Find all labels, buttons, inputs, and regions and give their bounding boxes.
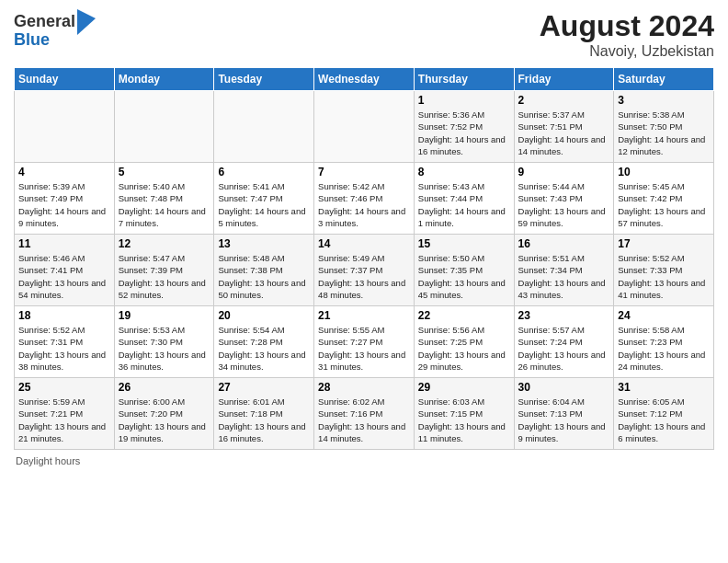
svg-marker-0 — [77, 9, 96, 35]
day-cell: 21Sunrise: 5:55 AM Sunset: 7:27 PM Dayli… — [314, 306, 415, 378]
day-cell: 17Sunrise: 5:52 AM Sunset: 7:33 PM Dayli… — [614, 235, 714, 306]
day-info: Sunrise: 5:36 AM Sunset: 7:52 PM Dayligh… — [418, 109, 510, 157]
day-cell: 15Sunrise: 5:50 AM Sunset: 7:35 PM Dayli… — [414, 235, 514, 306]
weekday-saturday: Saturday — [614, 68, 714, 91]
month-year: August 2024 — [540, 9, 714, 43]
day-number: 18 — [18, 309, 110, 322]
day-info: Sunrise: 5:49 AM Sunset: 7:37 PM Dayligh… — [318, 252, 410, 301]
header: General Blue August 2024 Navoiy, Uzbekis… — [14, 9, 714, 60]
day-cell: 31Sunrise: 6:05 AM Sunset: 7:12 PM Dayli… — [614, 378, 714, 450]
day-info: Sunrise: 5:57 AM Sunset: 7:24 PM Dayligh… — [518, 324, 610, 373]
day-cell: 20Sunrise: 5:54 AM Sunset: 7:28 PM Dayli… — [214, 306, 314, 378]
day-number: 26 — [119, 381, 210, 394]
day-number: 8 — [418, 166, 510, 178]
day-info: Sunrise: 5:50 AM Sunset: 7:35 PM Dayligh… — [418, 252, 510, 301]
day-number: 28 — [318, 381, 410, 394]
day-number: 9 — [518, 166, 610, 178]
day-number: 16 — [518, 237, 610, 250]
day-cell: 5Sunrise: 5:40 AM Sunset: 7:48 PM Daylig… — [114, 163, 214, 235]
day-info: Sunrise: 5:56 AM Sunset: 7:25 PM Dayligh… — [418, 324, 510, 373]
day-cell: 19Sunrise: 5:53 AM Sunset: 7:30 PM Dayli… — [114, 306, 214, 378]
day-cell: 6Sunrise: 5:41 AM Sunset: 7:47 PM Daylig… — [214, 163, 314, 235]
day-number: 24 — [618, 309, 710, 322]
day-number: 3 — [618, 94, 710, 107]
day-info: Sunrise: 5:44 AM Sunset: 7:43 PM Dayligh… — [518, 180, 610, 229]
day-cell — [15, 91, 115, 163]
day-number: 19 — [119, 309, 210, 322]
day-cell: 23Sunrise: 5:57 AM Sunset: 7:24 PM Dayli… — [514, 306, 614, 378]
logo-icon — [77, 9, 96, 35]
week-row-4: 18Sunrise: 5:52 AM Sunset: 7:31 PM Dayli… — [15, 306, 714, 378]
day-number: 10 — [618, 166, 710, 178]
day-number: 2 — [518, 94, 610, 107]
title-block: August 2024 Navoiy, Uzbekistan — [540, 9, 714, 60]
day-info: Sunrise: 5:52 AM Sunset: 7:33 PM Dayligh… — [618, 252, 710, 301]
week-row-2: 4Sunrise: 5:39 AM Sunset: 7:49 PM Daylig… — [15, 163, 714, 235]
week-row-1: 1Sunrise: 5:36 AM Sunset: 7:52 PM Daylig… — [15, 91, 714, 163]
day-cell: 12Sunrise: 5:47 AM Sunset: 7:39 PM Dayli… — [114, 235, 214, 306]
day-info: Sunrise: 6:02 AM Sunset: 7:16 PM Dayligh… — [318, 396, 410, 444]
day-cell: 28Sunrise: 6:02 AM Sunset: 7:16 PM Dayli… — [314, 378, 415, 450]
weekday-tuesday: Tuesday — [214, 68, 314, 91]
day-cell: 24Sunrise: 5:58 AM Sunset: 7:23 PM Dayli… — [614, 306, 714, 378]
day-number: 30 — [518, 381, 610, 394]
location: Navoiy, Uzbekistan — [540, 43, 714, 60]
day-info: Sunrise: 5:47 AM Sunset: 7:39 PM Dayligh… — [119, 252, 210, 301]
day-info: Sunrise: 5:46 AM Sunset: 7:41 PM Dayligh… — [18, 252, 110, 301]
day-info: Sunrise: 5:39 AM Sunset: 7:49 PM Dayligh… — [18, 180, 110, 229]
logo: General Blue — [14, 9, 96, 50]
day-info: Sunrise: 5:45 AM Sunset: 7:42 PM Dayligh… — [618, 180, 710, 229]
day-info: Sunrise: 5:41 AM Sunset: 7:47 PM Dayligh… — [218, 180, 310, 229]
day-cell: 14Sunrise: 5:49 AM Sunset: 7:37 PM Dayli… — [314, 235, 415, 306]
day-number: 29 — [418, 381, 510, 394]
day-number: 12 — [119, 237, 210, 250]
day-cell — [314, 91, 415, 163]
day-info: Sunrise: 5:54 AM Sunset: 7:28 PM Dayligh… — [218, 324, 310, 373]
day-info: Sunrise: 5:52 AM Sunset: 7:31 PM Dayligh… — [18, 324, 110, 373]
logo-blue-text: Blue — [14, 30, 50, 49]
day-number: 25 — [18, 381, 110, 394]
day-info: Sunrise: 5:59 AM Sunset: 7:21 PM Dayligh… — [18, 396, 110, 444]
calendar-table: SundayMondayTuesdayWednesdayThursdayFrid… — [14, 67, 714, 450]
day-cell: 16Sunrise: 5:51 AM Sunset: 7:34 PM Dayli… — [514, 235, 614, 306]
day-number: 23 — [518, 309, 610, 322]
day-info: Sunrise: 5:38 AM Sunset: 7:50 PM Dayligh… — [618, 109, 710, 157]
day-number: 17 — [618, 237, 710, 250]
day-info: Sunrise: 5:58 AM Sunset: 7:23 PM Dayligh… — [618, 324, 710, 373]
day-number: 27 — [218, 381, 310, 394]
day-cell: 11Sunrise: 5:46 AM Sunset: 7:41 PM Dayli… — [15, 235, 115, 306]
day-cell — [114, 91, 214, 163]
day-cell: 4Sunrise: 5:39 AM Sunset: 7:49 PM Daylig… — [15, 163, 115, 235]
day-number: 21 — [318, 309, 410, 322]
weekday-wednesday: Wednesday — [314, 68, 415, 91]
day-cell: 7Sunrise: 5:42 AM Sunset: 7:46 PM Daylig… — [314, 163, 415, 235]
day-info: Sunrise: 5:42 AM Sunset: 7:46 PM Dayligh… — [318, 180, 410, 229]
day-info: Sunrise: 6:04 AM Sunset: 7:13 PM Dayligh… — [518, 396, 610, 444]
day-number: 20 — [218, 309, 310, 322]
day-number: 22 — [418, 309, 510, 322]
day-number: 15 — [418, 237, 510, 250]
day-cell: 30Sunrise: 6:04 AM Sunset: 7:13 PM Dayli… — [514, 378, 614, 450]
day-cell: 10Sunrise: 5:45 AM Sunset: 7:42 PM Dayli… — [614, 163, 714, 235]
day-info: Sunrise: 5:51 AM Sunset: 7:34 PM Dayligh… — [518, 252, 610, 301]
day-number: 5 — [119, 166, 210, 178]
day-info: Sunrise: 5:37 AM Sunset: 7:51 PM Dayligh… — [518, 109, 610, 157]
day-info: Sunrise: 5:55 AM Sunset: 7:27 PM Dayligh… — [318, 324, 410, 373]
day-number: 4 — [18, 166, 110, 178]
weekday-friday: Friday — [514, 68, 614, 91]
day-info: Sunrise: 5:43 AM Sunset: 7:44 PM Dayligh… — [418, 180, 510, 229]
day-cell — [214, 91, 314, 163]
weekday-thursday: Thursday — [414, 68, 514, 91]
day-cell: 26Sunrise: 6:00 AM Sunset: 7:20 PM Dayli… — [114, 378, 214, 450]
day-cell: 3Sunrise: 5:38 AM Sunset: 7:50 PM Daylig… — [614, 91, 714, 163]
weekday-sunday: Sunday — [15, 68, 115, 91]
day-info: Sunrise: 6:01 AM Sunset: 7:18 PM Dayligh… — [218, 396, 310, 444]
day-number: 31 — [618, 381, 710, 394]
day-number: 11 — [18, 237, 110, 250]
day-info: Sunrise: 6:03 AM Sunset: 7:15 PM Dayligh… — [418, 396, 510, 444]
day-cell: 25Sunrise: 5:59 AM Sunset: 7:21 PM Dayli… — [15, 378, 115, 450]
day-cell: 9Sunrise: 5:44 AM Sunset: 7:43 PM Daylig… — [514, 163, 614, 235]
logo-general-text: General — [14, 13, 75, 31]
page: General Blue August 2024 Navoiy, Uzbekis… — [0, 0, 728, 563]
day-cell: 1Sunrise: 5:36 AM Sunset: 7:52 PM Daylig… — [414, 91, 514, 163]
